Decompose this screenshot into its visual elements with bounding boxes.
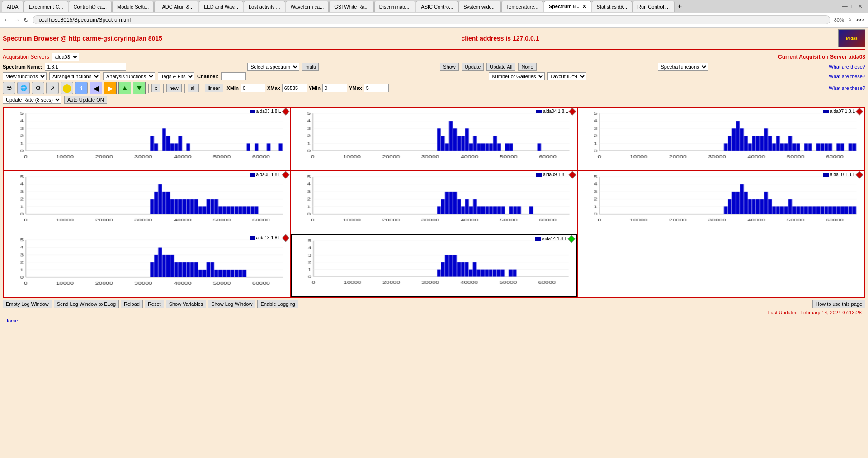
how-to-use-button[interactable]: How to use this page xyxy=(812,300,865,308)
current-server-label: Current Acquisition Server aida03 xyxy=(778,54,865,60)
browser-chrome: AIDA Experiment C... Control @ ca... Mod… xyxy=(0,0,868,28)
tab-run[interactable]: Run Control ... xyxy=(632,1,675,12)
number-of-galleries-select[interactable]: Number of Galleries xyxy=(489,72,545,80)
acq-server-select[interactable]: aida03 xyxy=(52,53,79,61)
send-log-button[interactable]: Send Log Window to ELog xyxy=(54,300,119,308)
enable-logging-button[interactable]: Enable Logging xyxy=(257,300,298,308)
ymin-input[interactable] xyxy=(322,84,347,92)
tab-fadc[interactable]: FADC Align &... xyxy=(154,1,198,12)
arrow-right-button[interactable]: ▶ xyxy=(104,82,117,94)
tab-system[interactable]: System wide... xyxy=(458,1,501,12)
chart-title-aida09: aida09 1.8.L xyxy=(543,172,568,177)
spectrum-canvas-aida08 xyxy=(6,173,288,223)
update-all-button[interactable]: Update All xyxy=(486,63,515,71)
back-button[interactable]: ← xyxy=(4,16,10,23)
tags-fits-select[interactable]: Tags & Fits xyxy=(158,72,194,80)
extensions-button[interactable]: >>> xyxy=(856,17,864,23)
arrange-functions-select[interactable]: Arrange functions xyxy=(49,72,100,80)
reset-button[interactable]: Reset xyxy=(145,300,164,308)
tab-aida[interactable]: AIDA xyxy=(2,1,24,12)
xmin-input[interactable] xyxy=(241,84,265,92)
tab-statistics[interactable]: Statistics @... xyxy=(592,1,632,12)
new-tab-button[interactable]: + xyxy=(675,2,684,10)
tab-module[interactable]: Module Setti... xyxy=(112,1,154,12)
chart-cell-aida03[interactable]: aida03 1.8.L xyxy=(4,107,291,171)
xmin-label: XMin xyxy=(227,85,239,91)
layout-id-select[interactable]: Layout ID=4 xyxy=(547,72,586,80)
bookmark-icon[interactable]: ☆ xyxy=(848,17,852,23)
xmax-input[interactable] xyxy=(282,84,307,92)
legend-box-aida10 xyxy=(823,173,829,177)
tab-experiment[interactable]: Experiment C... xyxy=(24,1,68,12)
tab-asic[interactable]: ASIC Contro... xyxy=(416,1,458,12)
tab-lost[interactable]: Lost activity ... xyxy=(244,1,285,12)
arrow-icon[interactable]: ↗ xyxy=(46,82,59,94)
update-button[interactable]: Update xyxy=(462,63,484,71)
tab-temperature[interactable]: Temperature... xyxy=(501,1,543,12)
settings-icon[interactable]: ⚙ xyxy=(32,82,44,94)
update-rate-select[interactable]: Update Rate (8 secs) xyxy=(3,96,61,104)
what-are-these-1[interactable]: What are these? xyxy=(829,64,865,70)
globe-icon[interactable]: 🌐 xyxy=(17,82,30,94)
spectrum-name-input[interactable] xyxy=(45,63,126,71)
tab-gsi[interactable]: GSI White Ra... xyxy=(329,1,373,12)
multi-button[interactable]: multi xyxy=(302,63,319,71)
chart-cell-empty[interactable] xyxy=(577,234,864,297)
upload-button[interactable]: ▲ xyxy=(118,82,131,94)
chart-cell-aida04[interactable]: aida04 1.8.L xyxy=(291,107,578,171)
circle-y-icon[interactable]: ⬤ xyxy=(61,82,73,94)
reload-button[interactable]: ↻ xyxy=(24,16,29,23)
view-functions-select[interactable]: View functions xyxy=(3,72,47,80)
reload-button-bottom[interactable]: Reload xyxy=(121,300,143,308)
chart-cell-aida09[interactable]: aida09 1.8.L xyxy=(291,171,578,234)
info-icon[interactable]: ℹ xyxy=(75,82,88,94)
ymax-label: YMax xyxy=(349,85,362,91)
xmax-label: XMax xyxy=(267,85,280,91)
chart-title-aida08: aida08 1.8.L xyxy=(256,172,281,177)
show-log-button[interactable]: Show Log Window xyxy=(208,300,255,308)
minimize-button[interactable]: — xyxy=(842,3,848,9)
all-button[interactable]: all xyxy=(188,84,199,92)
footer: Last Updated: February 14, 2024 07:13:28 xyxy=(3,310,865,315)
auto-update-button[interactable]: Auto Update ON xyxy=(64,96,107,104)
acq-servers-label: Acquisition Servers xyxy=(3,54,49,60)
download-button[interactable]: ▼ xyxy=(133,82,146,94)
channel-label: Channel: xyxy=(197,74,218,79)
chart-cell-aida13[interactable]: aida13 1.8.L xyxy=(4,234,291,297)
tab-led[interactable]: LED and Wav... xyxy=(199,1,243,12)
what-are-these-3[interactable]: What are these? xyxy=(829,85,865,91)
chart-title-aida10: aida10 1.8.L xyxy=(830,172,855,177)
last-updated-label: Last Updated: February 14, 2024 07:13:28 xyxy=(768,310,862,315)
select-spectrum-dropdown[interactable]: Select a spectrum xyxy=(247,63,299,71)
channel-input[interactable] xyxy=(221,72,246,80)
tab-waveform[interactable]: Waveform ca... xyxy=(286,1,329,12)
ymax-input[interactable] xyxy=(364,84,389,92)
close-button[interactable]: ✕ xyxy=(858,3,863,9)
tab-discriminator[interactable]: Discriminato... xyxy=(374,1,416,12)
what-are-these-2[interactable]: What are these? xyxy=(829,74,865,79)
none-button[interactable]: None xyxy=(518,63,536,71)
chart-cell-aida10[interactable]: aida10 1.8.L xyxy=(577,171,864,234)
chart-cell-aida08[interactable]: aida08 1.8.L xyxy=(4,171,291,234)
toolbar-row-2: View functions Arrange functions Analysi… xyxy=(3,72,865,80)
linear-button[interactable]: linear xyxy=(205,84,223,92)
analysis-functions-select[interactable]: Analysis functions xyxy=(103,72,155,80)
radiation-icon[interactable]: ☢ xyxy=(3,82,15,94)
forward-button[interactable]: → xyxy=(14,16,20,23)
show-button[interactable]: Show xyxy=(440,63,459,71)
chart-cell-aida07[interactable]: aida07 1.8.L xyxy=(577,107,864,171)
chart-cell-aida14[interactable]: aida14 1.8.L xyxy=(291,234,578,297)
new-button[interactable]: new xyxy=(166,84,182,92)
x-button[interactable]: x xyxy=(151,84,160,92)
maximize-button[interactable]: □ xyxy=(851,3,854,9)
legend-box-aida09 xyxy=(536,173,542,177)
show-variables-button[interactable]: Show Variables xyxy=(166,300,207,308)
tab-control[interactable]: Control @ ca... xyxy=(69,1,112,12)
url-input[interactable] xyxy=(33,15,830,24)
spectra-functions-select[interactable]: Spectra functions xyxy=(658,63,708,71)
home-link[interactable]: Home xyxy=(5,318,865,323)
arrow-left-button[interactable]: ◀ xyxy=(90,82,102,94)
empty-log-button[interactable]: Empty Log Window xyxy=(3,300,52,308)
autoupdate-row: Update Rate (8 secs) Auto Update ON xyxy=(3,96,865,104)
tab-spectrum[interactable]: Spectrum B... ✕ xyxy=(544,1,591,12)
